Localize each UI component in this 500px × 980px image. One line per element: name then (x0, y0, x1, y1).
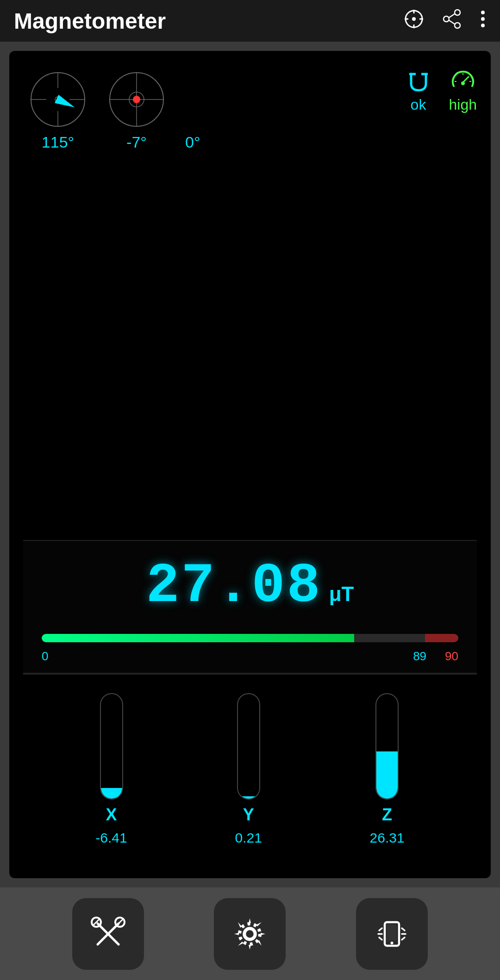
axis-z-value: 26.31 (370, 830, 405, 846)
share-icon[interactable] (443, 9, 461, 33)
speed-status: high (449, 69, 477, 113)
digital-value: 27.08 μT (42, 555, 458, 618)
axis-y-fill (238, 796, 259, 799)
status-icons: ok high (406, 69, 477, 113)
axis-y-label: Y (243, 805, 254, 825)
speedometer-icon (451, 69, 475, 93)
axis-z: Z 26.31 (370, 693, 405, 846)
svg-point-12 (481, 17, 485, 21)
progress-bar: 0 89 90 (42, 632, 458, 664)
svg-line-45 (379, 928, 382, 930)
progress-labels: 0 89 90 (42, 649, 458, 664)
calibrate-icon (91, 917, 125, 951)
svg-point-7 (444, 16, 449, 22)
svg-point-6 (455, 10, 460, 15)
digital-section: 27.08 μT 0 89 90 (23, 540, 477, 674)
svg-line-48 (402, 928, 405, 930)
progress-bar-track (42, 632, 458, 645)
magnet-icon (406, 69, 431, 93)
magnetic-field-value: 27.08 (146, 555, 322, 618)
speed-status-label: high (449, 96, 477, 113)
sensor-panel: 115° -7° 0° (9, 51, 491, 878)
progress-label-mid: 89 (413, 649, 426, 664)
calibrate-button[interactable] (72, 898, 144, 970)
svg-line-38 (117, 919, 123, 925)
svg-line-9 (449, 14, 455, 18)
svg-point-24 (133, 96, 140, 103)
reading-spacer (23, 151, 477, 540)
svg-line-28 (463, 77, 469, 82)
svg-line-10 (449, 20, 455, 24)
magnet-status: ok (406, 69, 431, 113)
svg-rect-43 (387, 924, 397, 941)
vibrate-icon (375, 917, 409, 951)
progress-track-inner (42, 634, 458, 642)
axis-x-fill (101, 788, 122, 799)
svg-line-50 (402, 937, 405, 940)
inclination-widget: 0° (185, 69, 200, 151)
settings-icon (232, 917, 267, 951)
axis-y: Y 0.21 (235, 693, 262, 846)
svg-point-13 (481, 24, 485, 27)
progress-label-left: 0 (42, 649, 48, 664)
axis-y-value: 0.21 (235, 830, 262, 846)
progress-fill (42, 634, 354, 642)
more-icon[interactable] (480, 9, 486, 33)
compass-area: 115° -7° 0° (23, 65, 477, 151)
tilt-compass: -7° (106, 69, 167, 151)
svg-point-40 (245, 929, 255, 938)
svg-point-1 (412, 17, 416, 21)
vibrate-button[interactable] (356, 898, 428, 970)
svg-point-8 (455, 23, 460, 28)
svg-point-11 (481, 11, 485, 14)
settings-button[interactable] (214, 898, 286, 970)
xyz-section: X -6.41 Y 0.21 Z 26.31 (23, 674, 477, 864)
inclination-value: 0° (185, 133, 200, 151)
axis-x-label: X (106, 805, 117, 825)
svg-line-47 (379, 937, 382, 940)
north-compass: 115° (28, 69, 88, 151)
magnetic-field-unit: μT (329, 583, 354, 606)
app-title: Magnetometer (14, 8, 394, 34)
progress-empty (354, 634, 425, 642)
axis-y-bar (237, 693, 260, 800)
axis-x-bar (100, 693, 123, 800)
svg-marker-20 (55, 95, 76, 112)
svg-point-29 (461, 81, 465, 85)
axis-z-fill (376, 751, 398, 799)
progress-label-right: 90 (445, 649, 458, 664)
top-bar-icons (404, 9, 486, 33)
top-bar: Magnetometer (0, 0, 500, 42)
axis-x-value: -6.41 (95, 830, 127, 846)
progress-right-labels: 89 90 (413, 649, 458, 664)
bottom-bar (0, 887, 500, 980)
declination-value: -7° (126, 133, 147, 151)
axis-x: X -6.41 (95, 693, 127, 846)
status-icons-row: ok high (406, 69, 477, 113)
svg-point-41 (240, 924, 260, 944)
target-icon[interactable] (404, 9, 424, 33)
axis-z-label: Z (382, 805, 392, 825)
main-content: 115° -7° 0° (0, 42, 500, 887)
progress-danger (425, 634, 458, 642)
bearing-value: 115° (42, 133, 74, 151)
axis-z-bar (375, 693, 399, 800)
svg-point-44 (391, 942, 394, 944)
magnet-status-label: ok (411, 96, 426, 113)
